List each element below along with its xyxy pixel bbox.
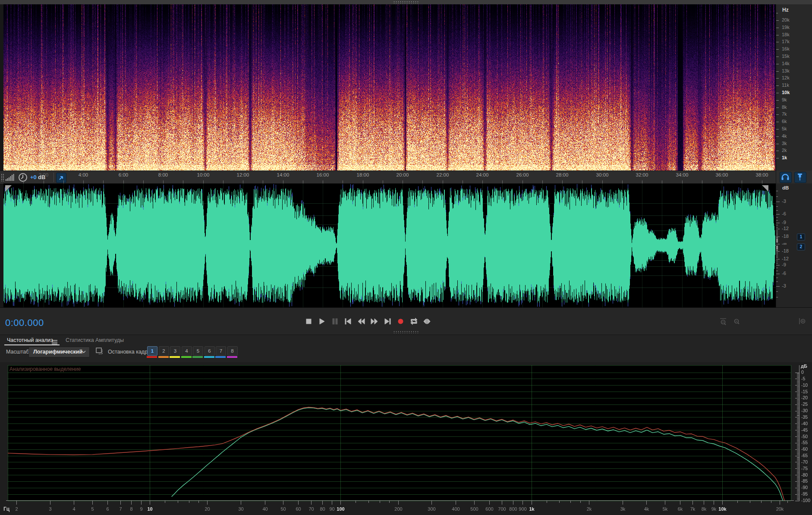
- amplitude-tick: [776, 206, 778, 207]
- frequency-ruler[interactable]: Hz 20k19k18k17k16k15k14k13k12k11k10k9k8k…: [776, 4, 812, 171]
- tostart-icon: [343, 317, 352, 326]
- zamp-icon: [798, 317, 807, 326]
- zoom-to-selection-button[interactable]: [771, 316, 782, 327]
- channel-1-badge[interactable]: 1: [797, 234, 805, 240]
- hold-frame-button-4[interactable]: 4: [182, 346, 192, 356]
- hold-frame-button-5[interactable]: 5: [193, 346, 203, 356]
- frequency-tick: [776, 78, 779, 79]
- rewind-button[interactable]: [356, 316, 367, 327]
- reset-zoom-button[interactable]: [784, 316, 795, 327]
- frequency-tick-label: 1k: [782, 155, 787, 160]
- tab-frequency-analysis[interactable]: Частотный анализ: [7, 337, 53, 343]
- amplitude-tick: [776, 247, 778, 247]
- amplitude-tick: [776, 255, 778, 255]
- hold-frame-color-swatch: [192, 356, 203, 358]
- zoom-amplitude-button[interactable]: [797, 316, 808, 327]
- hold-frame-color-swatch: [227, 356, 237, 358]
- audition-app: { "spectral": { "unit": "Hz", "ticks": […: [0, 0, 812, 515]
- frequency-tick-label: 7k: [782, 111, 787, 117]
- hold-frame-button-6[interactable]: 6: [205, 346, 215, 356]
- amplitude-tick: [776, 223, 780, 223]
- amplitude-tick: [776, 286, 780, 287]
- channel-2-badge[interactable]: 2: [797, 243, 805, 250]
- frequency-tick-label: 11k: [782, 82, 789, 88]
- zleft-icon: [745, 317, 754, 326]
- play-icon: [317, 317, 326, 326]
- frequency-tick-label: 10k: [782, 90, 790, 95]
- scale-label: Масштаб:: [6, 349, 31, 355]
- frequency-ruler-unit: Hz: [782, 7, 789, 13]
- ffwd-icon: [370, 317, 379, 326]
- zoom-out-horizontal-button[interactable]: [718, 316, 729, 327]
- frequency-tick-label: 17k: [782, 39, 790, 44]
- zoom-left-edge-button[interactable]: [744, 316, 755, 327]
- hold-frame-button-1[interactable]: 1: [147, 346, 157, 356]
- amplitude-tick: [776, 227, 778, 227]
- zoom-in-vertical-button[interactable]: [678, 316, 689, 327]
- amplitude-ruler-unit: dB: [782, 185, 789, 190]
- pushpin-icon[interactable]: [794, 172, 806, 183]
- frequency-tick-label: 16k: [782, 46, 790, 51]
- zoom-in-horizontal-button[interactable]: [705, 316, 716, 327]
- skip-selection-button[interactable]: [422, 316, 433, 327]
- hold-frame-button-2[interactable]: 2: [159, 346, 169, 356]
- headphones-icon[interactable]: [780, 172, 792, 183]
- ruler-corner: [776, 171, 812, 184]
- zoom-out-full-button[interactable]: [731, 316, 742, 327]
- pin-playhead-button[interactable]: [56, 173, 66, 183]
- go-to-end-button[interactable]: [382, 316, 393, 327]
- record-button[interactable]: [395, 316, 406, 327]
- panel-corner-grip-left[interactable]: [5, 185, 12, 192]
- amplitude-tick: [776, 217, 778, 218]
- timeline-label: 2:00: [39, 172, 48, 177]
- go-to-start-button[interactable]: [343, 316, 354, 327]
- amplitude-tick: [776, 256, 778, 256]
- zsel-icon: [771, 317, 781, 326]
- timeline-label: 20:00: [397, 172, 409, 177]
- amplitude-tick: [776, 229, 780, 229]
- timeline-label: 24:00: [476, 172, 489, 177]
- frequency-tick: [776, 93, 779, 93]
- amplitude-tick: [776, 225, 778, 225]
- frequency-tick-label: 9k: [782, 97, 787, 102]
- hold-frame-button-3[interactable]: 3: [170, 346, 180, 356]
- timeline-label: 28:00: [556, 172, 569, 177]
- gain-value[interactable]: +0: [30, 174, 37, 180]
- zoom-right-edge-button[interactable]: [757, 316, 768, 327]
- stop-button[interactable]: [303, 316, 314, 327]
- pause-icon: [330, 317, 340, 326]
- waveform-display[interactable]: [3, 183, 776, 307]
- hold-frame-button-7[interactable]: 7: [216, 346, 226, 356]
- frequency-tick-label: 14k: [782, 61, 790, 66]
- frequency-tick-label: 6k: [782, 119, 787, 124]
- timeline-ruler[interactable]: +0 dB 2:004:006:008:0010:0012:0014:0016:…: [0, 171, 776, 184]
- hold-frame-button-8[interactable]: 8: [227, 346, 238, 356]
- pause-button[interactable]: [329, 316, 340, 327]
- loop-playback-button[interactable]: [408, 316, 419, 327]
- timeline-controls: +0 dB: [0, 171, 45, 184]
- frequency-tick-label: 15k: [782, 54, 790, 59]
- panel-corner-grip-right[interactable]: [762, 185, 768, 192]
- copy-data-button[interactable]: [95, 347, 104, 356]
- grip-dots-icon[interactable]: [1, 174, 4, 181]
- frequency-tick-label: 20k: [782, 17, 790, 22]
- tab-amplitude-statistics[interactable]: Статистика Амплитуды: [66, 337, 124, 343]
- clock-icon[interactable]: [18, 173, 28, 184]
- scale-dropdown[interactable]: Логарифмический: [28, 347, 90, 357]
- zoom-out-vertical-button[interactable]: [692, 316, 703, 327]
- frequency-plot[interactable]: [0, 362, 812, 515]
- amplitude-tick-label: -12: [782, 226, 789, 231]
- play-button[interactable]: [316, 316, 327, 327]
- panel-drag-handle-bottom[interactable]: [393, 331, 419, 333]
- frequency-tick: [776, 20, 779, 21]
- timeline-label: 30:00: [596, 172, 609, 177]
- time-display[interactable]: 0:00.000: [5, 317, 44, 329]
- frequency-tick: [776, 122, 779, 122]
- timeline-label: 32:00: [636, 172, 648, 177]
- spectrogram-display[interactable]: [3, 4, 776, 171]
- amplitude-tick: [776, 271, 778, 271]
- hold-frame-color-swatch: [204, 356, 214, 358]
- fast-forward-button[interactable]: [369, 316, 380, 327]
- zoom-toolbar: [678, 308, 808, 335]
- amplitude-ruler[interactable]: dB -3-3-6-6-9-9-12-12-18-18-∞12: [776, 183, 812, 307]
